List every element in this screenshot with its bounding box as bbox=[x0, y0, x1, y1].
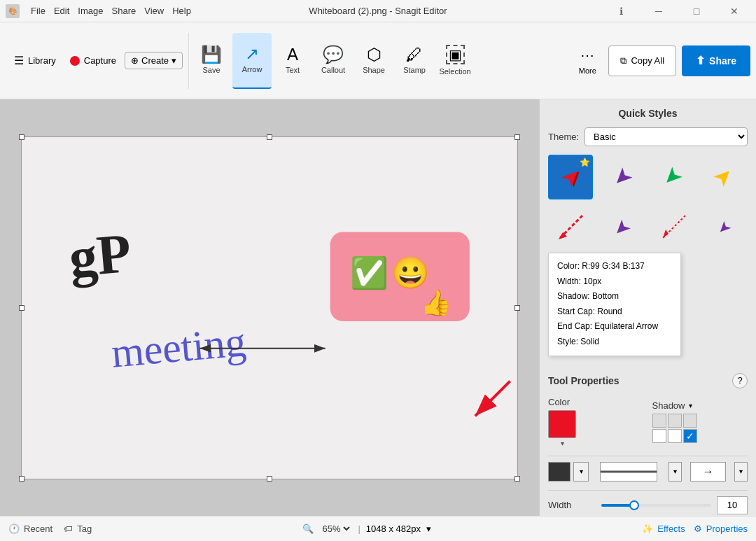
shadow-cell-1[interactable] bbox=[668, 414, 682, 428]
menu-share[interactable]: Share bbox=[112, 6, 136, 16]
separator: | bbox=[358, 524, 360, 534]
style-arrow-icon-7: ➤ bbox=[713, 216, 735, 238]
style-item-0[interactable]: ➤ ⭐ bbox=[548, 155, 593, 199]
shape-button[interactable]: ⬡ Shape bbox=[354, 33, 393, 89]
shape-icon: ⬡ bbox=[367, 46, 382, 63]
info-button[interactable]: ℹ bbox=[605, 0, 637, 22]
share-button[interactable]: ⬆ Share bbox=[682, 45, 750, 76]
style-tooltip: Color: R:99 G:34 B:137 Width: 10px Shado… bbox=[548, 253, 681, 356]
width-thumb[interactable] bbox=[629, 500, 639, 510]
callout-button[interactable]: 💬 Callout bbox=[314, 33, 353, 89]
zoom-select[interactable]: 65% bbox=[319, 523, 352, 535]
tag-icon: 🏷 bbox=[64, 524, 73, 534]
style-item-4[interactable] bbox=[548, 205, 593, 250]
tag-button[interactable]: 🏷 Tag bbox=[64, 524, 92, 534]
menu-view[interactable]: View bbox=[144, 6, 164, 16]
shadow-cell-2[interactable] bbox=[683, 414, 697, 428]
theme-select[interactable]: Basic bbox=[584, 127, 748, 146]
menu-bar: File Edit Image Share View Help bbox=[31, 6, 191, 16]
style-item-7[interactable]: ➤ bbox=[702, 205, 747, 250]
save-label: Save bbox=[202, 66, 220, 75]
style-item-2[interactable]: ➤ bbox=[651, 155, 696, 199]
svg-text:👍: 👍 bbox=[421, 287, 452, 317]
line-color-button[interactable] bbox=[548, 462, 570, 482]
tool-props-header: Tool Properties ? bbox=[548, 373, 748, 388]
shadow-cell-3[interactable] bbox=[652, 429, 666, 443]
svg-text:meeting: meeting bbox=[109, 318, 247, 377]
style-item-1[interactable]: ➤ bbox=[599, 155, 644, 199]
effects-button[interactable]: ✨ Effects bbox=[642, 524, 685, 534]
selection-button[interactable]: ▣ Selection bbox=[435, 33, 475, 89]
line-color-dropdown[interactable]: ▾ bbox=[573, 462, 589, 482]
app-icon: 🎨 bbox=[6, 4, 20, 18]
menu-image[interactable]: Image bbox=[78, 6, 103, 16]
theme-label: Theme: bbox=[548, 132, 579, 142]
properties-icon: ⚙ bbox=[694, 524, 702, 534]
tooltip-start-cap: Start Cap: Round bbox=[557, 304, 672, 320]
width-value[interactable]: 10 bbox=[717, 496, 748, 514]
main-area: gP meeting ✅ 😀 bbox=[0, 99, 756, 516]
style-item-6[interactable] bbox=[651, 205, 696, 250]
tooltip-shadow: Shadow: Bottom bbox=[557, 289, 672, 304]
style-arrow-icon-5: ➤ bbox=[608, 213, 636, 241]
menu-file[interactable]: File bbox=[31, 6, 46, 16]
window-title: Whiteboard (2).png - Snagit Editor bbox=[309, 6, 447, 16]
title-bar-left: 🎨 File Edit Image Share View Help bbox=[6, 4, 191, 18]
properties-button[interactable]: ⚙ Properties bbox=[694, 524, 748, 534]
text-button[interactable]: A Text bbox=[273, 33, 312, 89]
status-left: 🕐 Recent 🏷 Tag bbox=[8, 524, 92, 534]
arrow-end-button[interactable]: → bbox=[690, 462, 726, 482]
shadow-cell-0[interactable] bbox=[652, 414, 666, 428]
copy-all-button[interactable]: ⧉ Copy All bbox=[608, 45, 676, 76]
divider-2 bbox=[548, 490, 748, 491]
arrow-label: Arrow bbox=[242, 65, 262, 74]
save-button[interactable]: 💾 Save bbox=[192, 33, 231, 89]
theme-row: Theme: Basic bbox=[548, 127, 748, 146]
shadow-label-row: Shadow ▾ bbox=[652, 400, 693, 411]
shadow-section: Shadow ▾ ✓ bbox=[652, 400, 748, 443]
style-item-5[interactable]: ➤ bbox=[599, 205, 644, 250]
more-button[interactable]: ⋯ More bbox=[572, 33, 603, 89]
title-bar: 🎨 File Edit Image Share View Help Whiteb… bbox=[0, 0, 756, 22]
text-icon: A bbox=[287, 46, 298, 63]
library-label: Library bbox=[28, 55, 56, 66]
minimize-button[interactable]: ─ bbox=[643, 0, 675, 22]
maximize-button[interactable]: □ bbox=[680, 0, 713, 22]
shadow-cell-5[interactable]: ✓ bbox=[683, 429, 697, 443]
line-style-preview bbox=[601, 470, 657, 473]
stamp-button[interactable]: 🖊 Stamp bbox=[395, 33, 434, 89]
canvas-container: gP meeting ✅ 😀 bbox=[21, 136, 518, 479]
create-icon: ⊕ bbox=[131, 55, 139, 66]
menu-edit[interactable]: Edit bbox=[54, 6, 69, 16]
tooltip-style: Style: Solid bbox=[557, 335, 672, 350]
shadow-label: Shadow bbox=[652, 400, 685, 411]
recent-button[interactable]: 🕐 Recent bbox=[8, 524, 52, 534]
arrow-button[interactable]: ↗ Arrow bbox=[232, 33, 272, 89]
menu-help[interactable]: Help bbox=[172, 6, 191, 16]
stamp-label: Stamp bbox=[403, 66, 426, 75]
create-button[interactable]: ⊕ Create ▾ bbox=[125, 52, 183, 69]
width-slider[interactable] bbox=[601, 504, 711, 507]
more-label: More bbox=[579, 66, 596, 75]
arrow-end-dropdown[interactable]: ▾ bbox=[734, 462, 748, 482]
style-item-3[interactable]: ➤ bbox=[702, 155, 747, 199]
line-style-dropdown[interactable]: ▾ bbox=[668, 462, 682, 482]
color-dropdown[interactable]: ▾ bbox=[548, 410, 576, 447]
help-button[interactable]: ? bbox=[732, 373, 748, 388]
capture-button[interactable]: Capture bbox=[64, 52, 122, 69]
status-right: ✨ Effects ⚙ Properties bbox=[642, 524, 748, 534]
shadow-cell-4[interactable] bbox=[668, 429, 682, 443]
recent-label: Recent bbox=[24, 524, 52, 534]
svg-text:gP: gP bbox=[66, 221, 134, 288]
tooltip-width: Width: 10px bbox=[557, 274, 672, 290]
callout-label: Callout bbox=[321, 66, 345, 75]
status-bar: 🕐 Recent 🏷 Tag 🔍 65% | 1048 x 482px ▾ ✨ … bbox=[0, 516, 756, 541]
shadow-dropdown-arrow: ▾ bbox=[689, 402, 692, 409]
canvas-area[interactable]: gP meeting ✅ 😀 bbox=[0, 99, 539, 516]
dimensions-label: 1048 x 482px bbox=[366, 524, 421, 534]
style-svg-4 bbox=[553, 210, 588, 245]
line-style-button[interactable] bbox=[600, 462, 657, 482]
library-button[interactable]: ☰ Library bbox=[8, 51, 62, 70]
color-swatch[interactable] bbox=[548, 410, 576, 438]
close-button[interactable]: ✕ bbox=[718, 0, 750, 22]
